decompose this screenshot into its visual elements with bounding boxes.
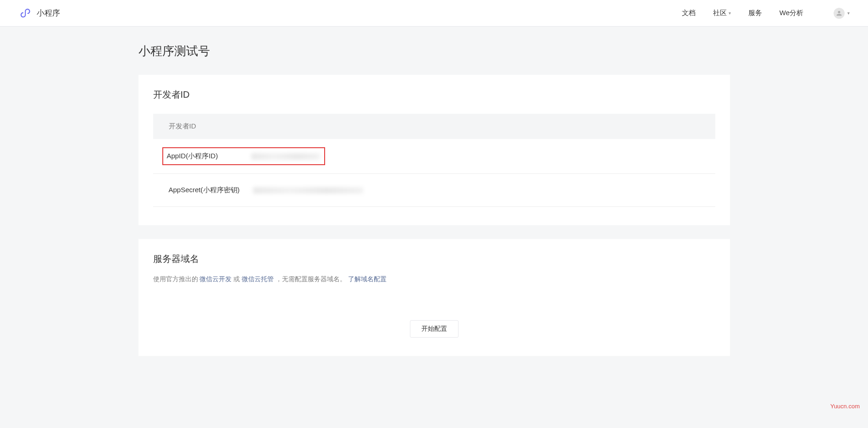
link-cloud-host[interactable]: 微信云托管 — [242, 275, 274, 283]
header-left: 小程序 — [19, 7, 60, 20]
nav-weanalysis[interactable]: We分析 — [780, 9, 803, 17]
main-container: 小程序测试号 开发者ID 开发者ID AppID(小程序ID) AppSecre… — [138, 27, 730, 388]
page-title: 小程序测试号 — [138, 27, 730, 75]
nav-docs[interactable]: 文档 — [682, 9, 696, 17]
link-cloud-dev[interactable]: 微信云开发 — [199, 275, 232, 283]
chevron-down-icon: ▾ — [729, 11, 731, 16]
nav-service[interactable]: 服务 — [748, 9, 762, 17]
chevron-down-icon: ▾ — [847, 11, 850, 16]
developer-id-heading: 开发者ID — [153, 89, 715, 101]
appsecret-value-redacted — [253, 187, 363, 194]
desc-or: 或 — [233, 275, 242, 283]
developer-id-subheader: 开发者ID — [153, 114, 715, 139]
server-domain-heading: 服务器域名 — [153, 253, 715, 265]
start-config-button[interactable]: 开始配置 — [410, 320, 459, 338]
config-button-wrap: 开始配置 — [153, 320, 715, 338]
server-domain-card: 服务器域名 使用官方推出的 微信云开发 或 微信云托管 ，无需配置服务器域名。 … — [138, 239, 730, 356]
nav-community-label: 社区 — [713, 9, 727, 17]
developer-id-card: 开发者ID 开发者ID AppID(小程序ID) AppSecret(小程序密钥… — [138, 75, 730, 225]
desc-mid: ，无需配置服务器域名。 — [276, 275, 346, 283]
nav-community[interactable]: 社区 ▾ — [713, 9, 731, 17]
user-menu[interactable]: ▾ — [834, 8, 850, 19]
appid-row: AppID(小程序ID) — [153, 139, 715, 174]
appid-value-redacted — [251, 153, 320, 160]
avatar-icon — [834, 8, 845, 19]
mini-program-logo-icon — [19, 7, 32, 20]
logo-text: 小程序 — [37, 8, 60, 18]
appsecret-label: AppSecret(小程序密钥) — [169, 186, 246, 195]
top-nav: 文档 社区 ▾ 服务 We分析 ▾ — [682, 8, 850, 19]
link-learn-domain[interactable]: 了解域名配置 — [348, 275, 387, 283]
appid-highlight-box: AppID(小程序ID) — [162, 147, 325, 165]
appsecret-row: AppSecret(小程序密钥) — [153, 174, 715, 207]
header-bar: 小程序 文档 社区 ▾ 服务 We分析 ▾ — [0, 0, 868, 27]
desc-prefix: 使用官方推出的 — [153, 275, 200, 283]
server-domain-desc: 使用官方推出的 微信云开发 或 微信云托管 ，无需配置服务器域名。 了解域名配置 — [153, 275, 715, 283]
appid-label: AppID(小程序ID) — [167, 152, 244, 161]
